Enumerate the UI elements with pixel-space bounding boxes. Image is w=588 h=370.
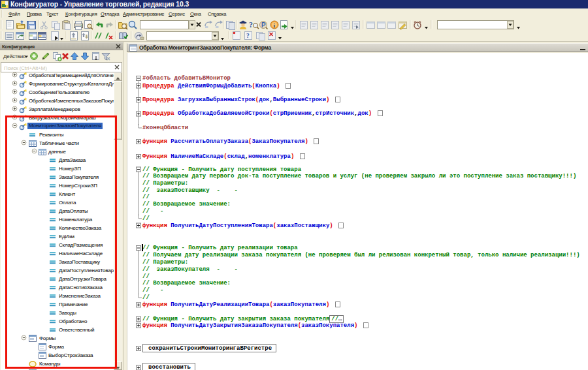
svg-text:P: P	[261, 22, 266, 29]
svg-text:?: ?	[246, 33, 250, 39]
svg-text:Действия: Действия	[3, 54, 25, 59]
svg-text:?: ?	[249, 20, 253, 29]
